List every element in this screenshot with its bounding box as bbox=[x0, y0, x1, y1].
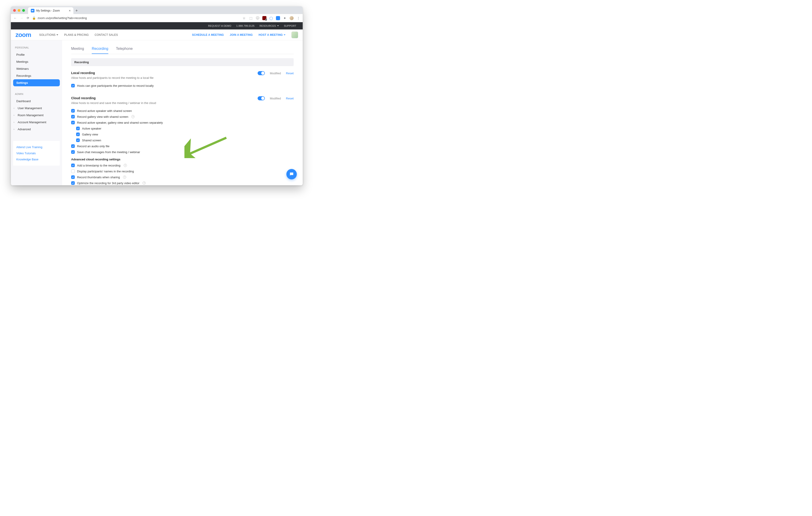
sidebar-item-dashboard[interactable]: Dashboard bbox=[13, 98, 60, 105]
browser-toolbar: ← → ⟳ 🔒 zoom.us/profile/setting?tab=reco… bbox=[11, 14, 303, 22]
settings-sidebar: PERSONAL Profile Meetings Webinars Recor… bbox=[11, 40, 62, 185]
browser-menu-icon[interactable]: ⋮ bbox=[296, 16, 300, 20]
zoom-utility-bar: REQUEST A DEMO 1.888.799.0125 RESOURCES … bbox=[11, 22, 303, 29]
tab-meeting[interactable]: Meeting bbox=[71, 45, 84, 54]
help-links-box: Attend Live Training Video Tutorials Kno… bbox=[13, 141, 60, 165]
personal-section-label: PERSONAL bbox=[13, 45, 60, 51]
recording-section-banner: Recording bbox=[71, 58, 294, 66]
forward-button[interactable]: → bbox=[20, 16, 24, 20]
nav-plans[interactable]: PLANS & PRICING bbox=[64, 33, 89, 36]
new-tab-button[interactable]: + bbox=[74, 7, 80, 14]
help-icon[interactable]: ? bbox=[123, 176, 126, 179]
gallery-view-sub-label: Gallery view bbox=[82, 133, 98, 136]
thumbnails-label: Record thumbnails when sharing bbox=[77, 176, 120, 179]
window-controls[interactable] bbox=[13, 9, 28, 14]
tab-recording[interactable]: Recording bbox=[92, 45, 108, 54]
help-icon[interactable]: ? bbox=[132, 115, 135, 118]
extensions-menu-icon[interactable]: ✦ bbox=[283, 16, 287, 20]
chevron-right-icon: › bbox=[13, 128, 16, 130]
user-avatar[interactable] bbox=[291, 31, 298, 38]
help-icon[interactable]: ? bbox=[124, 164, 127, 167]
thumbnails-checkbox[interactable] bbox=[71, 175, 75, 179]
shared-screen-sub-checkbox[interactable] bbox=[76, 139, 80, 142]
chevron-right-icon: › bbox=[13, 107, 16, 110]
maximize-window-button[interactable] bbox=[22, 9, 25, 12]
audio-only-checkbox[interactable] bbox=[71, 144, 75, 148]
sidebar-item-recordings[interactable]: Recordings bbox=[13, 72, 60, 79]
chat-support-button[interactable] bbox=[286, 169, 297, 179]
local-recording-desc: Allow hosts and participants to record t… bbox=[71, 76, 230, 80]
record-separately-checkbox[interactable] bbox=[71, 121, 75, 124]
record-active-speaker-label: Record active speaker with shared screen bbox=[77, 109, 132, 113]
cloud-recording-desc: Allow hosts to record and save the meeti… bbox=[71, 101, 230, 105]
sidebar-item-webinars[interactable]: Webinars bbox=[13, 65, 60, 72]
admin-section-label: ADMIN bbox=[13, 91, 60, 98]
back-button[interactable]: ← bbox=[13, 16, 17, 20]
close-window-button[interactable] bbox=[13, 9, 16, 12]
url-bar[interactable]: 🔒 zoom.us/profile/setting?tab=recording bbox=[32, 16, 240, 20]
reset-button[interactable]: Reset bbox=[286, 97, 294, 100]
sidebar-item-user-management[interactable]: ›User Management bbox=[13, 105, 60, 112]
record-active-speaker-checkbox[interactable] bbox=[71, 109, 75, 113]
request-demo-link[interactable]: REQUEST A DEMO bbox=[208, 25, 231, 27]
tab-telephone[interactable]: Telephone bbox=[116, 45, 133, 54]
audio-only-label: Record an audio only file bbox=[77, 145, 110, 148]
extension-icon-2[interactable]: ⓘ bbox=[256, 16, 260, 20]
star-icon[interactable]: ☆ bbox=[242, 16, 246, 20]
active-speaker-sub-checkbox[interactable] bbox=[76, 127, 80, 130]
resources-dropdown[interactable]: RESOURCES bbox=[260, 25, 279, 27]
local-recording-title: Local recording bbox=[71, 71, 230, 75]
attend-training-link[interactable]: Attend Live Training bbox=[16, 144, 57, 150]
local-hosts-permission-checkbox[interactable] bbox=[71, 84, 75, 87]
sidebar-item-settings[interactable]: Settings bbox=[13, 79, 60, 86]
shared-screen-sub-label: Shared screen bbox=[82, 139, 101, 142]
nav-schedule-meeting[interactable]: SCHEDULE A MEETING bbox=[192, 33, 224, 36]
sidebar-item-meetings[interactable]: Meetings bbox=[13, 58, 60, 65]
modified-label: Modified bbox=[270, 97, 281, 100]
sidebar-item-profile[interactable]: Profile bbox=[13, 51, 60, 58]
sidebar-item-account-management[interactable]: ›Account Management bbox=[13, 119, 60, 126]
local-recording-toggle[interactable] bbox=[258, 71, 265, 75]
nav-solutions[interactable]: SOLUTIONS bbox=[39, 33, 58, 36]
save-chat-checkbox[interactable] bbox=[71, 150, 75, 154]
save-chat-label: Save chat messages from the meeting / we… bbox=[77, 150, 140, 154]
extension-icon-1[interactable]: ⬚ bbox=[249, 16, 253, 20]
optimize-3rdparty-checkbox[interactable] bbox=[71, 181, 75, 185]
record-gallery-checkbox[interactable] bbox=[71, 115, 75, 118]
nav-join-meeting[interactable]: JOIN A MEETING bbox=[230, 33, 253, 36]
active-speaker-sub-label: Active speaker bbox=[82, 127, 101, 130]
browser-tab[interactable]: My Settings - Zoom × bbox=[28, 7, 74, 14]
gallery-view-sub-checkbox[interactable] bbox=[76, 132, 80, 136]
modified-label: Modified bbox=[270, 71, 281, 75]
support-link[interactable]: SUPPORT bbox=[284, 25, 296, 27]
nav-contact[interactable]: CONTACT SALES bbox=[95, 33, 118, 36]
cloud-recording-title: Cloud recording bbox=[71, 96, 230, 100]
reset-button[interactable]: Reset bbox=[286, 71, 294, 75]
sidebar-item-advanced[interactable]: ›Advanced bbox=[13, 126, 60, 133]
ublock-icon[interactable]: 2 bbox=[262, 16, 266, 20]
display-names-checkbox[interactable] bbox=[71, 170, 75, 173]
close-tab-icon[interactable]: × bbox=[69, 9, 71, 12]
timestamp-checkbox[interactable] bbox=[71, 163, 75, 167]
record-gallery-label: Record gallery view with shared screen bbox=[77, 115, 128, 118]
help-icon[interactable]: ? bbox=[143, 181, 146, 185]
zoom-favicon bbox=[31, 9, 34, 12]
cloud-recording-toggle[interactable] bbox=[258, 96, 265, 100]
nav-host-meeting[interactable]: HOST A MEETING bbox=[259, 33, 286, 36]
zoom-logo[interactable]: zoom bbox=[16, 31, 31, 38]
sidebar-item-room-management[interactable]: ›Room Management bbox=[13, 112, 60, 119]
local-recording-setting: Local recording Allow hosts and particip… bbox=[71, 71, 294, 89]
phone-number[interactable]: 1.888.799.0125 bbox=[236, 25, 255, 27]
zoom-main-nav: zoom SOLUTIONS PLANS & PRICING CONTACT S… bbox=[11, 29, 303, 40]
chevron-right-icon: › bbox=[13, 114, 16, 116]
zoom-extension-icon[interactable] bbox=[276, 16, 280, 20]
profile-avatar-icon[interactable] bbox=[290, 16, 294, 20]
extension-icon-3[interactable]: ◯ bbox=[269, 16, 273, 20]
reload-button[interactable]: ⟳ bbox=[26, 16, 30, 20]
video-tutorials-link[interactable]: Video Tutorials bbox=[16, 150, 57, 156]
knowledge-base-link[interactable]: Knowledge Base bbox=[16, 156, 57, 162]
record-separately-label: Record active speaker, gallery view and … bbox=[77, 121, 163, 124]
browser-titlebar: My Settings - Zoom × + bbox=[11, 6, 303, 14]
settings-tabs: Meeting Recording Telephone bbox=[71, 45, 294, 54]
minimize-window-button[interactable] bbox=[18, 9, 20, 12]
